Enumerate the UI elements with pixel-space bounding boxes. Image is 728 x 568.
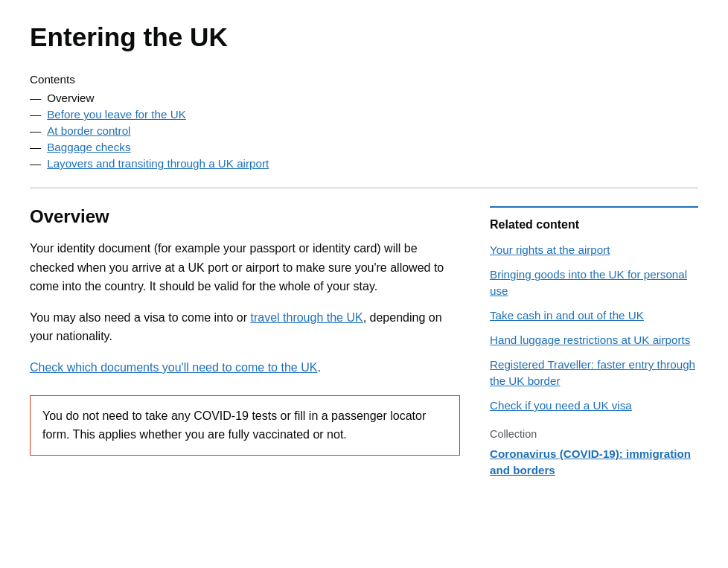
contents-label: Contents — [30, 73, 698, 86]
contents-item-baggage-checks[interactable]: — Baggage checks — [30, 141, 698, 153]
related-link-bringing-goods[interactable]: Bringing goods into the UK for personal … — [490, 267, 698, 299]
contents-dash: — — [30, 92, 41, 104]
layovers-link[interactable]: Layovers and transiting through a UK air… — [47, 157, 269, 170]
overview-heading: Overview — [30, 206, 460, 227]
main-content: Overview Your identity document (for exa… — [30, 206, 460, 487]
before-you-leave-link[interactable]: Before you leave for the UK — [47, 108, 186, 121]
check-link-post: . — [317, 361, 320, 374]
contents-overview-text: Overview — [47, 92, 94, 104]
baggage-checks-link[interactable]: Baggage checks — [47, 141, 130, 153]
travel-through-uk-link[interactable]: travel through the UK — [250, 311, 363, 324]
overview-paragraph-2: You may also need a visa to come into or… — [30, 308, 460, 346]
contents-item-overview: — Overview — [30, 92, 698, 104]
paragraph2-pre: You may also need a visa to come into or — [30, 311, 250, 324]
contents-item-layovers[interactable]: — Layovers and transiting through a UK a… — [30, 157, 698, 170]
contents-dash-5: — — [30, 157, 41, 170]
collection-label: Collection — [490, 428, 698, 440]
contents-item-before-you-leave[interactable]: — Before you leave for the UK — [30, 108, 698, 121]
covid-notice-box: You do not need to take any COVID-19 tes… — [30, 395, 460, 456]
related-link-hand-luggage[interactable]: Hand luggage restrictions at UK airports — [490, 332, 698, 348]
contents-dash-2: — — [30, 108, 41, 121]
overview-paragraph-1: Your identity document (for example your… — [30, 239, 460, 296]
related-link-registered-traveller[interactable]: Registered Traveller: faster entry throu… — [490, 357, 698, 389]
covid-notice-text: You do not need to take any COVID-19 tes… — [42, 406, 447, 444]
contents-dash-4: — — [30, 141, 41, 153]
sidebar: Related content Your rights at the airpo… — [490, 206, 698, 487]
related-link-your-rights[interactable]: Your rights at the airport — [490, 242, 698, 258]
collection-link[interactable]: Coronavirus (COVID-19): immigration and … — [490, 446, 698, 478]
check-documents-link[interactable]: Check which documents you'll need to com… — [30, 361, 317, 374]
main-layout: Overview Your identity document (for exa… — [30, 206, 698, 487]
related-link-check-visa[interactable]: Check if you need a UK visa — [490, 398, 698, 413]
page-title: Entering the UK — [30, 22, 698, 52]
at-border-control-link[interactable]: At border control — [47, 124, 130, 137]
section-divider — [30, 188, 698, 188]
contents-item-at-border-control[interactable]: — At border control — [30, 124, 698, 137]
check-documents-paragraph: Check which documents you'll need to com… — [30, 358, 460, 377]
contents-dash-3: — — [30, 124, 41, 137]
related-link-take-cash[interactable]: Take cash in and out of the UK — [490, 307, 698, 323]
related-content-title: Related content — [490, 206, 698, 232]
contents-section: Contents — Overview — Before you leave f… — [30, 73, 698, 170]
